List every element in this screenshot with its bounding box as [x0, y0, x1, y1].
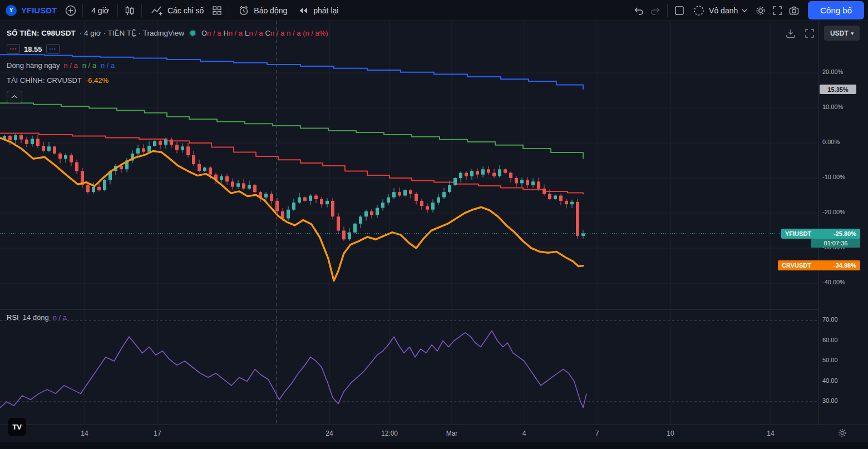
- ohlc-value: n / a: [249, 29, 263, 37]
- legend-collapse-button[interactable]: [7, 91, 22, 103]
- rsi-legend-row[interactable]: RSI 14 đóng n / a: [7, 313, 67, 322]
- anonymous-avatar-icon: [693, 4, 705, 17]
- maximize-icon: [803, 27, 816, 40]
- indicator-templates-button[interactable]: [209, 2, 225, 19]
- rsi-line-series[interactable]: [0, 330, 586, 408]
- ohlc-values: On / aHn / aLn / aCn / an / a (n / a%): [201, 28, 331, 38]
- layout-button[interactable]: [671, 2, 688, 19]
- ohlc-key: H: [223, 29, 228, 37]
- user-menu-button[interactable]: Vô danh: [688, 2, 752, 19]
- main-series-title: SỐ TIỀN: C98USDT: [7, 29, 76, 37]
- rsi-name: RSI: [7, 313, 19, 322]
- separator: [117, 4, 118, 17]
- chart-style-button[interactable]: [121, 2, 138, 19]
- gear-icon: [754, 4, 767, 17]
- rsi-tick-label: 50.00: [822, 357, 838, 363]
- daily-line-value: n / a: [63, 61, 77, 70]
- symbol-search-button[interactable]: YFIUSDT: [17, 6, 62, 15]
- bar-close-countdown: 01:07:36: [811, 239, 860, 248]
- indicator-menu-button-blue[interactable]: ...: [46, 44, 60, 54]
- pane-top-right-icons: [783, 26, 817, 41]
- snapshot-button[interactable]: [786, 2, 802, 19]
- financial-compare-value: -6,42%: [86, 76, 108, 85]
- fullscreen-button[interactable]: [769, 2, 786, 19]
- alert-button[interactable]: Báo động: [233, 2, 292, 19]
- caret-down-icon: ▾: [851, 31, 854, 36]
- undo-icon: [633, 4, 645, 17]
- time-tick-label: Mar: [432, 430, 471, 437]
- indicator-legend-row-collapsed: ... 18.55 ...: [7, 44, 331, 54]
- ohlc-value: n / a: [270, 29, 284, 37]
- separator: [667, 4, 668, 17]
- currency-unit-button[interactable]: USDT ▾: [824, 26, 860, 41]
- download-icon: [785, 27, 797, 40]
- rsi-params: 14 đóng: [23, 313, 49, 322]
- maximize-pane-button[interactable]: [802, 26, 817, 41]
- ohlc-value: n / a (n / a%): [287, 29, 328, 37]
- download-chart-button[interactable]: [783, 26, 798, 41]
- daily-line-value: n / a: [101, 61, 115, 70]
- chevron-up-icon: [11, 95, 18, 99]
- replay-button[interactable]: phát lại: [292, 2, 343, 19]
- indicators-button[interactable]: Các chỉ số: [145, 2, 209, 19]
- top-toolbar: Y YFIUSDT 4 giờ Các chỉ số Báo động phát…: [0, 0, 868, 21]
- ohlc-value: n / a: [207, 29, 221, 37]
- indicator-menu-button-red[interactable]: ...: [7, 44, 20, 54]
- replay-rewind-icon: [297, 4, 309, 17]
- time-tick-label: 12:00: [370, 430, 409, 437]
- fullscreen-icon: [771, 4, 783, 17]
- price-tick-label: -10.00%: [822, 174, 845, 180]
- time-axis[interactable]: 14172412:00Mar471014: [0, 425, 868, 442]
- rsi-tick-label: 40.00: [822, 377, 838, 384]
- main-series-meta: · 4 giờ · TIỀN TỆ · TradingView: [80, 29, 184, 37]
- replay-label: phát lại: [313, 6, 338, 15]
- rsi-value: n / a: [53, 313, 67, 322]
- alarm-clock-icon: [238, 4, 250, 17]
- separator: [82, 4, 83, 17]
- undo-button[interactable]: [630, 2, 647, 19]
- axis-settings-button[interactable]: [837, 427, 848, 441]
- financial-compare-legend-row[interactable]: TÀI CHÍNH: CRVUSDT -6,42%: [7, 76, 331, 85]
- time-tick-label: 7: [578, 430, 617, 437]
- crv-badge-symbol: CRVUSDT: [782, 262, 811, 269]
- crv-badge-value: -34.98%: [834, 262, 856, 269]
- candlestick-icon: [124, 4, 136, 17]
- publish-button[interactable]: Công bố: [808, 1, 864, 19]
- daily-line-value-badge: 15.35%: [820, 85, 856, 94]
- daily-lines-legend-row[interactable]: Dòng hàng ngày n / an / an / a: [7, 60, 331, 70]
- daily-lines-label: Dòng hàng ngày: [7, 61, 60, 70]
- price-tick-label: -20.00%: [822, 209, 845, 215]
- rsi-canvas[interactable]: [0, 310, 818, 425]
- redo-button[interactable]: [647, 2, 664, 19]
- separator: [229, 4, 229, 17]
- ohlc-key: C: [265, 29, 270, 37]
- yfi-badge-symbol: YFIUSDT: [785, 230, 811, 237]
- daily-line-green-series[interactable]: [0, 103, 583, 159]
- time-tick-label: 24: [310, 430, 349, 437]
- rsi-tick-label: 60.00: [822, 337, 838, 343]
- interval-button[interactable]: 4 giờ: [86, 2, 114, 19]
- symbol-coin-logo: Y: [6, 5, 17, 16]
- financial-compare-label: TÀI CHÍNH: CRVUSDT: [7, 76, 82, 85]
- layout-square-icon: [673, 4, 685, 17]
- settings-button[interactable]: [752, 2, 769, 19]
- tradingview-logo[interactable]: TV: [8, 418, 26, 436]
- rsi-tick-label: 70.00: [822, 316, 838, 323]
- daily-line-value: n / a: [82, 61, 96, 70]
- compare-add-symbol-button[interactable]: [62, 2, 79, 19]
- price-tick-label: -40.00%: [822, 279, 845, 285]
- window-bottom-strip: [0, 442, 868, 449]
- time-tick-label: 4: [505, 430, 544, 437]
- rsi-pane[interactable]: [0, 309, 818, 425]
- crvusdt-price-badge: CRVUSDT -34.98%: [778, 260, 860, 270]
- indicator-value-1855: 18.55: [24, 45, 42, 53]
- separator: [141, 4, 142, 17]
- indicators-icon: [150, 4, 164, 17]
- compare-crvusdt-series[interactable]: [0, 138, 583, 281]
- gear-icon: [837, 427, 848, 438]
- alert-label: Báo động: [254, 6, 287, 15]
- currency-label: USDT: [830, 29, 849, 37]
- time-tick-label: 17: [138, 430, 177, 437]
- main-series-legend-row[interactable]: SỐ TIỀN: C98USDT · 4 giờ · TIỀN TỆ · Tra…: [7, 28, 331, 38]
- rsi-tick-label: 30.00: [822, 397, 838, 404]
